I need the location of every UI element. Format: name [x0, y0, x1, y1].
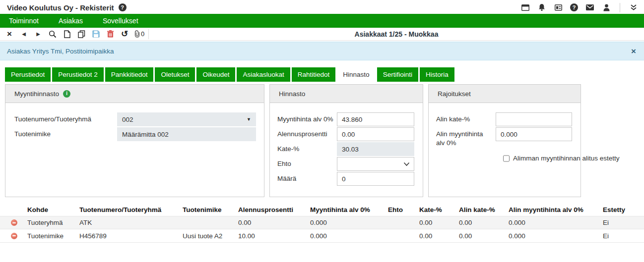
- tuotenumero-label: Tuotenumero/Tuoteryhmä: [14, 112, 117, 124]
- help-icon[interactable]: ?: [119, 3, 127, 11]
- myyntihinta-input[interactable]: [337, 112, 414, 126]
- next-record-button[interactable]: ▶: [32, 29, 45, 40]
- search-button[interactable]: [46, 29, 59, 40]
- myyntihinnasto-panel-title: Myyntihinnasto: [14, 90, 59, 98]
- cell-alin-myyntihinta: 0.000: [509, 232, 603, 240]
- tab-rahtitiedot[interactable]: Rahtitiedot: [292, 67, 336, 82]
- close-record-button[interactable]: ×: [3, 29, 16, 40]
- alitus-estetty-row: Alimman myyntihinnan alitus estetty: [503, 155, 580, 162]
- field-row-kate: Kate-% 30.03: [277, 142, 423, 156]
- toolbar-divider: [148, 29, 149, 39]
- menu-toiminnot[interactable]: Toiminnot: [2, 17, 46, 25]
- new-record-button[interactable]: [61, 29, 73, 40]
- field-row-myyntihinta: Myyntihinta alv 0%: [277, 112, 423, 126]
- tab-sertifiointi[interactable]: Sertifiointi: [377, 67, 418, 82]
- paperclip-icon: [133, 30, 140, 38]
- alennusprosentti-input[interactable]: [337, 127, 414, 141]
- cell-kate: 0.00: [419, 232, 459, 240]
- mail-icon[interactable]: [585, 3, 594, 12]
- attachments-button[interactable]: 0: [132, 29, 145, 40]
- tab-oikeudet[interactable]: Oikeudet: [196, 67, 235, 82]
- previous-record-button[interactable]: ◀: [17, 29, 30, 40]
- header-estetty: Estetty: [603, 206, 644, 213]
- close-x-icon: ×: [7, 30, 12, 38]
- tab-hinnasto[interactable]: Hinnasto: [337, 67, 375, 82]
- tab-asiakasluokat[interactable]: Asiakasluokat: [237, 67, 290, 82]
- table-row[interactable]: Tuoteryhmä ATK 0.00 0.000 0.00 0.00 0.00…: [0, 216, 644, 229]
- field-row-ehto: Ehto: [277, 157, 423, 171]
- tab-perustiedot-2[interactable]: Perustiedot 2: [52, 67, 104, 82]
- cell-myyntihinta: 0.000: [310, 219, 388, 226]
- table-row[interactable]: Tuotenimike H456789 Uusi tuote A2 10.00 …: [0, 229, 644, 243]
- notifications-bell-icon[interactable]: [537, 3, 546, 12]
- alert-close-icon[interactable]: ×: [631, 47, 636, 55]
- tuotenumero-value: 002: [122, 116, 133, 123]
- info-icon[interactable]: i: [63, 90, 70, 98]
- header-alennusprosentti: Alennusprosentti: [238, 206, 310, 213]
- chevron-down-icon: [403, 162, 410, 166]
- tab-historia[interactable]: Historia: [420, 67, 454, 82]
- field-row-tuotenumero: Tuotenumero/Tuoteryhmä 002 ▼: [14, 112, 264, 126]
- tuotenimike-readonly-field: Määrämitta 002: [117, 127, 256, 141]
- record-title: Asiakkaat 1/25 - Muokkaa: [149, 30, 644, 38]
- myyntihinnasto-panel-header: Myyntihinnasto i: [5, 85, 264, 103]
- alitus-estetty-checkbox[interactable]: [503, 155, 510, 162]
- user-icon[interactable]: [602, 3, 611, 12]
- collapse-double-chevron-icon[interactable]: [629, 3, 638, 12]
- rajoitukset-panel-title: Rajoitukset: [438, 90, 471, 98]
- myyntihinnasto-panel-body: Tuotenumero/Tuoteryhmä 002 ▼ Tuotenimike…: [5, 103, 264, 141]
- undo-button[interactable]: ↺: [118, 29, 131, 40]
- previous-arrow-icon: ◀: [22, 32, 26, 37]
- titlebar: Video Koulutus Oy - Rekisterit ? ?: [0, 0, 644, 14]
- menu-sovellukset[interactable]: Sovellukset: [96, 17, 145, 25]
- remove-row-icon[interactable]: [11, 233, 17, 239]
- tuotenimike-label: Tuotenimike: [14, 127, 117, 139]
- alin-kate-input[interactable]: [496, 112, 572, 126]
- save-floppy-icon: [92, 30, 100, 38]
- save-button[interactable]: [89, 29, 102, 40]
- alert-text: Asiakas Yritys Tmi, Postitoimipaikka: [7, 48, 114, 55]
- titlebar-divider: [620, 3, 620, 12]
- tuotenumero-dropdown[interactable]: 002 ▼: [117, 112, 256, 126]
- hinnasto-panel: Hinnasto Myyntihinta alv 0% Alennusprose…: [269, 84, 423, 197]
- tab-perustiedot[interactable]: Perustiedot: [5, 67, 51, 82]
- row-icon-cell: [0, 219, 27, 226]
- next-arrow-icon: ▶: [36, 32, 40, 37]
- news-icon[interactable]: [554, 3, 563, 12]
- hinnasto-panel-body: Myyntihinta alv 0% Alennusprosentti Kate…: [270, 103, 423, 186]
- cell-estetty: Ei: [603, 219, 644, 226]
- header-tuotenimike: Tuotenimike: [183, 206, 238, 213]
- delete-button[interactable]: [104, 29, 117, 40]
- cell-alin-kate: 0.00: [459, 232, 509, 240]
- alitus-estetty-label: Alimman myyntihinnan alitus estetty: [513, 155, 620, 162]
- ehto-label: Ehto: [277, 157, 337, 168]
- window-icon[interactable]: [521, 3, 530, 12]
- tab-oletukset[interactable]: Oletukset: [155, 67, 195, 82]
- window-title-wrap: Video Koulutus Oy - Rekisterit ?: [7, 3, 127, 12]
- hinnasto-panel-title: Hinnasto: [279, 90, 305, 98]
- rajoitukset-panel-body: Alin kate-% Alin myyntihinta alv 0% Alim…: [429, 103, 580, 162]
- cell-kohde: Tuoteryhmä: [27, 219, 79, 226]
- copy-record-button[interactable]: [75, 29, 88, 40]
- kate-readonly-field: 30.03: [337, 142, 414, 156]
- dropdown-arrow-icon: ▼: [247, 117, 251, 122]
- ehto-select[interactable]: [337, 157, 414, 171]
- remove-row-icon[interactable]: [11, 219, 17, 226]
- cell-estetty: Ei: [603, 232, 644, 240]
- alin-myyntihinta-input[interactable]: [496, 127, 572, 141]
- maara-input[interactable]: [337, 172, 414, 186]
- menubar: Toiminnot Asiakas Sovellukset: [0, 14, 644, 28]
- alin-myyntihinta-label: Alin myyntihinta alv 0%: [436, 127, 496, 148]
- header-kate: Kate-%: [419, 206, 459, 213]
- header-ehto: Ehto: [388, 206, 419, 213]
- new-document-icon: [64, 30, 70, 38]
- menu-asiakas[interactable]: Asiakas: [52, 17, 90, 25]
- field-row-tuotenimike: Tuotenimike Määrämitta 002: [14, 127, 264, 141]
- question-help-icon[interactable]: ?: [570, 3, 578, 11]
- search-icon: [49, 30, 57, 38]
- cell-tuotenumero: ATK: [79, 219, 183, 226]
- cell-alennusprosentti: 0.00: [238, 219, 310, 226]
- cell-kohde: Tuotenimike: [27, 232, 79, 240]
- tab-pankkitiedot[interactable]: Pankkitiedot: [105, 67, 154, 82]
- cell-alin-kate: 0.00: [459, 219, 509, 226]
